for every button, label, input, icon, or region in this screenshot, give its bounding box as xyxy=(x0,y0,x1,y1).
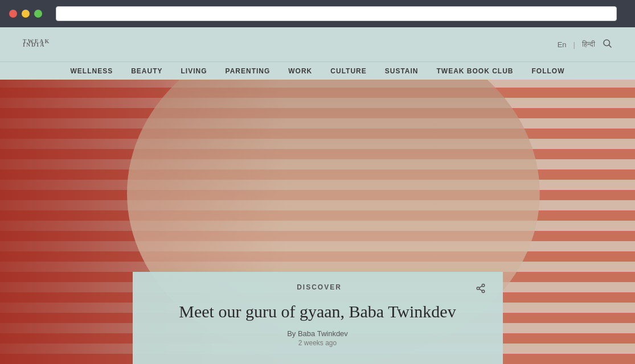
share-button[interactable] xyxy=(476,283,486,296)
search-button[interactable] xyxy=(602,38,612,51)
address-bar[interactable] xyxy=(56,6,617,21)
site-logo[interactable]: tweak india xyxy=(23,41,50,48)
nav-living[interactable]: LIVING xyxy=(172,62,216,80)
site-header: tweak india En | हिन्दी xyxy=(0,27,635,61)
minimize-button[interactable] xyxy=(22,10,30,18)
lang-english[interactable]: En xyxy=(558,40,567,49)
author-name[interactable]: Baba Twinkdev xyxy=(298,329,348,338)
nav-beauty[interactable]: BEAUTY xyxy=(122,62,171,80)
nav-follow[interactable]: FOLLOW xyxy=(523,62,574,80)
svg-line-1 xyxy=(609,45,611,47)
close-button[interactable] xyxy=(9,10,17,18)
nav-sustain[interactable]: SUSTAIN xyxy=(376,62,428,80)
nav-wellness[interactable]: WELLNESS xyxy=(61,62,122,80)
author-prefix: By xyxy=(287,329,296,338)
nav-work[interactable]: WORK xyxy=(279,62,321,80)
svg-line-6 xyxy=(479,286,482,288)
article-meta: By Baba Twinkdev 2 weeks ago xyxy=(287,329,348,347)
article-timestamp: 2 weeks ago xyxy=(287,339,348,347)
lang-hindi[interactable]: हिन्दी xyxy=(582,40,595,49)
svg-point-0 xyxy=(604,40,610,46)
nav-parenting[interactable]: PARENTING xyxy=(216,62,280,80)
nav-culture[interactable]: CULTURE xyxy=(321,62,375,80)
svg-point-3 xyxy=(477,287,480,290)
svg-point-2 xyxy=(482,284,485,287)
title-bar xyxy=(0,0,635,27)
svg-point-4 xyxy=(482,290,485,293)
article-card-header: DISCOVER xyxy=(150,283,486,296)
header-right: En | हिन्दी xyxy=(558,38,612,51)
svg-line-5 xyxy=(479,289,482,291)
nav-book-club[interactable]: TWEAK BOOK CLUB xyxy=(428,62,523,80)
article-card: DISCOVER Meet our guru of gyaan, Baba Tw… xyxy=(133,272,503,364)
article-title[interactable]: Meet our guru of gyaan, Baba Twinkdev xyxy=(179,300,456,322)
article-category: DISCOVER xyxy=(163,283,476,291)
article-author: By Baba Twinkdev xyxy=(287,329,348,338)
nav-bar: WELLNESS BEAUTY LIVING PARENTING WORK CU… xyxy=(0,61,635,80)
maximize-button[interactable] xyxy=(34,10,42,18)
lang-divider: | xyxy=(573,40,575,49)
hero-section: DISCOVER Meet our guru of gyaan, Baba Tw… xyxy=(0,80,635,364)
